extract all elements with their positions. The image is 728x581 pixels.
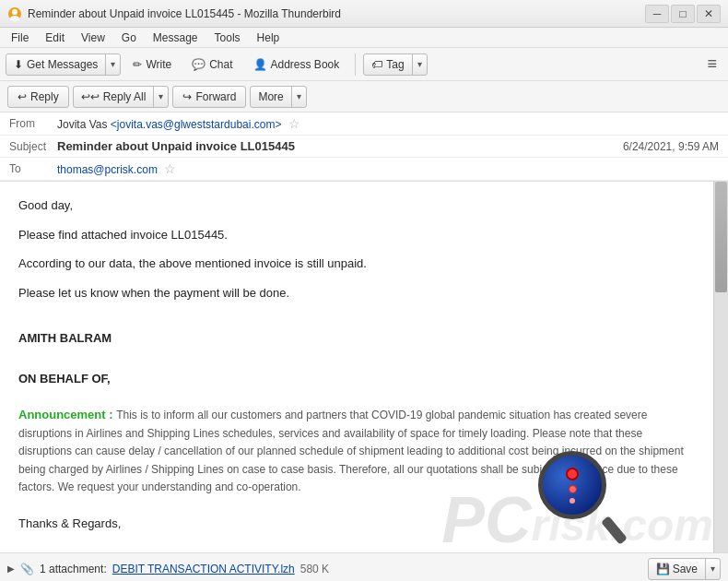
subject-row: Subject Reminder about Unpaid invoice LL… xyxy=(0,136,728,158)
email-header: From Jovita Vas <jovita.vas@glweststardu… xyxy=(0,113,728,182)
save-label: Save xyxy=(673,563,698,575)
address-book-label: Address Book xyxy=(271,58,340,71)
to-address: thomas@pcrisk.com xyxy=(57,163,158,176)
more-button[interactable]: More xyxy=(251,87,290,107)
forward-label: Forward xyxy=(195,90,236,103)
announcement-label: Announcement : xyxy=(18,408,113,421)
tag-dropdown[interactable]: ▾ xyxy=(412,54,427,75)
from-label: From xyxy=(9,117,57,130)
reply-all-label: Reply All xyxy=(103,90,147,103)
attachment-count: 1 attachment: xyxy=(40,563,107,575)
scrollbar-thumb[interactable] xyxy=(715,182,727,292)
tag-button[interactable]: 🏷 Tag xyxy=(364,54,411,75)
signature-block: AMITH BALRAM ON BEHALF OF, xyxy=(18,329,695,387)
subject-label: Subject xyxy=(9,140,57,153)
reply-button[interactable]: ↩ Reply xyxy=(7,86,69,108)
reply-all-split[interactable]: ↩↩ Reply All ▾ xyxy=(73,86,170,108)
menu-message[interactable]: Message xyxy=(146,30,205,46)
attachment-bar: ▶ 📎 1 attachment: DEBIT TRANSACTION ACTI… xyxy=(0,552,728,581)
tag-icon: 🏷 xyxy=(371,58,382,71)
reply-all-dropdown[interactable]: ▾ xyxy=(153,87,168,107)
subject-value: Reminder about Unpaid invoice LL015445 xyxy=(57,139,623,153)
email-body[interactable]: Good day, Please find attached invoice L… xyxy=(0,182,713,552)
from-value: Jovita Vas <jovita.vas@glweststardubai.c… xyxy=(57,116,719,131)
body-para2: According to our data, the above mention… xyxy=(18,255,695,273)
email-content: Good day, Please find attached invoice L… xyxy=(18,196,695,532)
save-split[interactable]: 💾 Save ▾ xyxy=(648,558,721,580)
save-button[interactable]: 💾 Save xyxy=(649,559,705,579)
save-dropdown[interactable]: ▾ xyxy=(705,559,720,579)
titlebar: Reminder about Unpaid invoice LL015445 -… xyxy=(0,0,728,28)
svg-point-1 xyxy=(12,9,18,15)
menu-go[interactable]: Go xyxy=(114,30,144,46)
app-icon xyxy=(7,6,22,21)
announcement-block: Announcement : This is to inform all our… xyxy=(18,406,695,496)
body-para1: Please find attached invoice LL015445. xyxy=(18,226,695,244)
email-area: Good day, Please find attached invoice L… xyxy=(0,182,728,552)
address-book-icon: 👤 xyxy=(253,58,267,71)
to-label: To xyxy=(9,162,57,175)
minimize-button[interactable]: ─ xyxy=(645,5,669,23)
forward-button[interactable]: ↪ Forward xyxy=(172,86,246,108)
email-date: 6/24/2021, 9:59 AM xyxy=(623,140,719,153)
scrollbar-track[interactable] xyxy=(713,182,728,552)
forward-icon: ↪ xyxy=(182,90,192,103)
announcement-text: This is to inform all our customers and … xyxy=(18,409,684,493)
greeting: Good day, xyxy=(18,196,695,215)
maximize-button[interactable]: □ xyxy=(671,5,695,23)
more-label: More xyxy=(258,90,283,103)
menubar: File Edit View Go Message Tools Help xyxy=(0,28,728,48)
reply-icon: ↩ xyxy=(18,90,27,103)
from-name: Jovita Vas xyxy=(57,118,107,131)
save-icon: 💾 xyxy=(656,563,670,575)
toolbar-separator xyxy=(355,53,356,76)
reply-all-icon: ↩↩ xyxy=(81,90,100,103)
thanks-text: Thanks & Regards, xyxy=(18,515,695,533)
more-split[interactable]: More ▾ xyxy=(250,86,306,108)
sig-line2: ON BEHALF OF, xyxy=(18,370,695,388)
reply-label: Reply xyxy=(30,90,59,103)
hamburger-menu-icon[interactable]: ≡ xyxy=(701,53,722,76)
menu-edit[interactable]: Edit xyxy=(38,30,72,46)
sig-line1: AMITH BALRAM xyxy=(18,329,695,348)
write-label: Write xyxy=(146,58,171,71)
svg-point-2 xyxy=(10,16,19,21)
tag-label: Tag xyxy=(386,58,404,71)
from-star-icon[interactable]: ☆ xyxy=(288,116,300,131)
from-row: From Jovita Vas <jovita.vas@glweststardu… xyxy=(0,113,728,136)
main-toolbar: ⬇ Get Messages ▾ ✏ Write 💬 Chat 👤 Addres… xyxy=(0,48,728,81)
to-row: To thomas@pcrisk.com ☆ xyxy=(0,158,728,181)
menu-help[interactable]: Help xyxy=(250,30,288,46)
body-para3: Please let us know when the payment will… xyxy=(18,284,695,302)
get-messages-split[interactable]: ⬇ Get Messages ▾ xyxy=(6,53,121,76)
get-messages-button[interactable]: ⬇ Get Messages xyxy=(6,54,105,75)
attachment-size: 580 K xyxy=(300,563,329,575)
thanks-block: Thanks & Regards, xyxy=(18,515,695,533)
close-button[interactable]: ✕ xyxy=(697,5,721,23)
to-star-icon[interactable]: ☆ xyxy=(164,161,176,176)
tag-split[interactable]: 🏷 Tag ▾ xyxy=(363,53,427,76)
menu-tools[interactable]: Tools xyxy=(207,30,248,46)
attachment-filename[interactable]: DEBIT TRANSACTION ACTIVITY.lzh xyxy=(112,563,295,575)
write-icon: ✏ xyxy=(133,58,142,71)
get-messages-dropdown[interactable]: ▾ xyxy=(105,54,120,75)
window-title: Reminder about Unpaid invoice LL015445 -… xyxy=(28,7,645,20)
reply-all-button[interactable]: ↩↩ Reply All xyxy=(74,87,154,107)
paperclip-icon: 📎 xyxy=(20,563,34,575)
get-messages-label: Get Messages xyxy=(27,58,98,71)
menu-view[interactable]: View xyxy=(74,30,112,46)
from-email: <jovita.vas@glweststardubai.com> xyxy=(111,118,282,131)
more-dropdown[interactable]: ▾ xyxy=(291,87,306,107)
get-messages-icon: ⬇ xyxy=(14,58,23,71)
write-button[interactable]: ✏ Write xyxy=(124,54,180,75)
chat-icon: 💬 xyxy=(192,58,205,71)
attachment-expand-icon[interactable]: ▶ xyxy=(7,563,15,574)
action-bar: ↩ Reply ↩↩ Reply All ▾ ↪ Forward More ▾ xyxy=(0,81,728,113)
address-book-button[interactable]: 👤 Address Book xyxy=(245,54,348,75)
window-controls[interactable]: ─ □ ✕ xyxy=(645,5,721,23)
menu-file[interactable]: File xyxy=(4,30,36,46)
to-value: thomas@pcrisk.com ☆ xyxy=(57,161,719,176)
chat-button[interactable]: 💬 Chat xyxy=(183,54,241,75)
chat-label: Chat xyxy=(209,58,232,71)
